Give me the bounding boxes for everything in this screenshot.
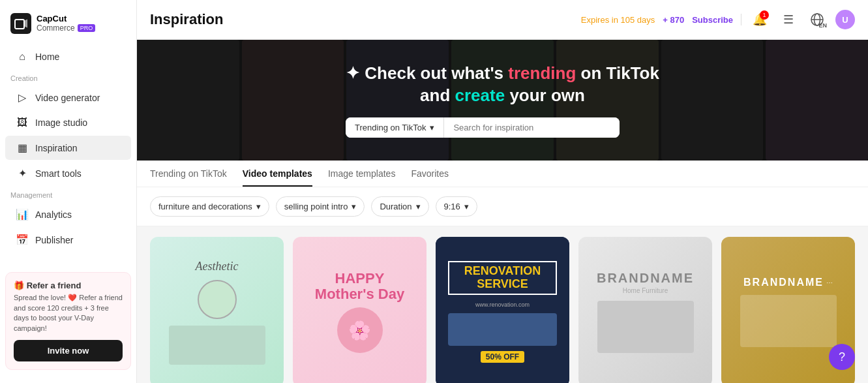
banner-trending-word: trending (508, 63, 576, 83)
page-header: Inspiration Expires in 105 days + 870 Su… (137, 0, 868, 40)
notifications-button[interactable]: 🔔 1 (749, 9, 770, 30)
refer-card: 🎁 Refer a friend Spread the love! ❤️ Ref… (5, 272, 131, 370)
tab-trending[interactable]: Trending on TikTok (150, 168, 227, 187)
inspiration-icon: ▦ (16, 142, 29, 154)
banner-dropdown[interactable]: Trending on TikTok ▾ (346, 117, 444, 138)
category-filter[interactable]: furniture and decorations ▾ (150, 196, 269, 217)
templates-content: Aesthetic HAPPY Mother's Day 🌸 R (137, 226, 868, 383)
ratio-filter[interactable]: 9:16 ▾ (436, 196, 477, 217)
sidebar-item-label: Video generator (35, 93, 100, 103)
sidebar-item-label: Analytics (35, 209, 72, 220)
banner-dropdown-label: Trending on TikTok (355, 123, 426, 132)
duration-filter-label: Duration (380, 202, 412, 211)
avatar[interactable]: U (835, 10, 855, 29)
banner-content: ✦ Check out what's trending on TikTok an… (346, 63, 659, 138)
invite-button[interactable]: Invite now (14, 340, 123, 361)
category-filter-label: furniture and decorations (158, 202, 252, 211)
logo-subtext: Commerce (37, 23, 75, 33)
ratio-filter-label: 9:16 (444, 202, 460, 211)
content-tabs: Trending on TikTok Video templates Image… (137, 161, 868, 187)
brand-name: BRANDNAME (597, 271, 694, 286)
page-title: Inspiration (150, 11, 223, 28)
sidebar-item-smart-tools[interactable]: ✦ Smart tools (5, 161, 131, 185)
analytics-icon: 📊 (16, 208, 29, 221)
card-text: HAPPY Mother's Day (315, 271, 404, 302)
logo[interactable]: CapCut Commerce PRO (0, 8, 136, 44)
sidebar-item-label: Home (35, 52, 59, 62)
logo-badge: PRO (78, 24, 96, 32)
chevron-down-icon: ▾ (430, 123, 434, 132)
sidebar-item-image-studio[interactable]: 🖼 Image studio (5, 111, 131, 134)
sidebar: CapCut Commerce PRO ⌂ Home Creation ▷ Vi… (0, 0, 137, 383)
banner-create-word: create (455, 85, 505, 105)
language-button[interactable]: EN (807, 9, 828, 30)
tab-image-templates[interactable]: Image templates (328, 168, 396, 187)
header-actions: Expires in 105 days + 870 Subscribe 🔔 1 … (581, 9, 855, 30)
card-inner: RENOVATION SERVICE www.renovation.com 50… (436, 237, 569, 383)
tab-favorites[interactable]: Favorites (411, 168, 449, 187)
smart-tools-icon: ✦ (16, 167, 29, 179)
cards-grid: Aesthetic HAPPY Mother's Day 🌸 R (150, 237, 855, 383)
image-studio-icon: 🖼 (16, 117, 29, 129)
svg-rect-0 (15, 20, 24, 29)
sidebar-item-label: Image studio (35, 117, 87, 128)
template-card-4[interactable]: BRANDNAME Home Furniture (578, 237, 712, 383)
type-filter-label: selling point intro (284, 202, 348, 211)
renovation-discount: 50% OFF (481, 351, 524, 363)
chevron-down-icon: ▾ (416, 202, 421, 211)
template-card-1[interactable]: Aesthetic (150, 237, 284, 383)
card-inner: HAPPY Mother's Day 🌸 (293, 237, 427, 383)
credits-plus: + 870 (663, 15, 684, 25)
help-button[interactable]: ? (829, 344, 855, 370)
home-icon: ⌂ (16, 51, 29, 63)
type-filter[interactable]: selling point intro ▾ (276, 196, 365, 217)
sidebar-item-label: Publisher (35, 235, 73, 245)
header-divider (741, 14, 741, 25)
sidebar-item-label: Smart tools (35, 168, 82, 179)
duration-filter[interactable]: Duration ▾ (371, 196, 428, 217)
banner-search-bar: Trending on TikTok ▾ (346, 117, 620, 138)
creation-section-label: Creation (0, 69, 136, 85)
dots-icon: ⋯ (826, 279, 833, 286)
video-generator-icon: ▷ (16, 91, 29, 104)
card-inner: Aesthetic (150, 237, 284, 383)
filter-bar: furniture and decorations ▾ selling poin… (137, 187, 868, 226)
search-input[interactable] (444, 117, 620, 138)
refer-title: 🎁 Refer a friend (14, 281, 123, 290)
notification-badge: 1 (760, 10, 769, 20)
refer-icon: 🎁 (14, 281, 24, 290)
brand2-name: BRANDNAME (743, 277, 824, 288)
chevron-down-icon: ▾ (352, 202, 356, 211)
management-section-label: Management (0, 186, 136, 202)
sidebar-item-analytics[interactable]: 📊 Analytics (5, 202, 131, 226)
renovation-url: www.renovation.com (475, 301, 530, 308)
banner-headline: ✦ Check out what's trending on TikTok an… (346, 63, 659, 107)
hero-banner: ✦ Check out what's trending on TikTok an… (137, 40, 868, 161)
card-inner: BRANDNAME Home Furniture (578, 237, 712, 383)
sidebar-item-label: Inspiration (35, 143, 78, 153)
card-text: Aesthetic (196, 260, 239, 273)
logo-icon (10, 13, 31, 34)
tab-video-templates[interactable]: Video templates (243, 168, 312, 187)
sidebar-item-video-generator[interactable]: ▷ Video generator (5, 85, 131, 110)
chevron-down-icon: ▾ (256, 202, 261, 211)
renovation-title: RENOVATION SERVICE (455, 265, 550, 291)
brand-sub: Home Furniture (623, 287, 668, 294)
credits-display: + 870 (663, 15, 684, 25)
chevron-down-icon: ▾ (464, 202, 469, 211)
template-card-3[interactable]: RENOVATION SERVICE www.renovation.com 50… (436, 237, 569, 383)
sidebar-item-home[interactable]: ⌂ Home (5, 45, 131, 69)
publisher-icon: 📅 (16, 234, 29, 246)
refer-desc: Spread the love! ❤️ Refer a friend and s… (14, 293, 123, 333)
sidebar-item-publisher[interactable]: 📅 Publisher (5, 228, 131, 252)
expires-label: Expires in 105 days (581, 15, 655, 25)
main-content: Inspiration Expires in 105 days + 870 Su… (137, 0, 868, 383)
template-card-2[interactable]: HAPPY Mother's Day 🌸 (293, 237, 427, 383)
sidebar-item-inspiration[interactable]: ▦ Inspiration (5, 136, 131, 160)
layout-button[interactable]: ☰ (778, 9, 799, 30)
subscribe-button[interactable]: Subscribe (692, 15, 733, 25)
